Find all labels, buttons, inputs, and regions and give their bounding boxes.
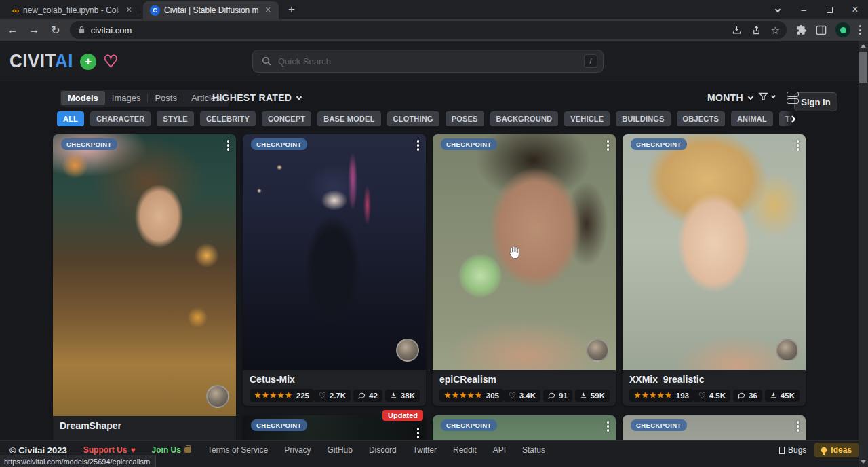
browser-profile-avatar[interactable] [835, 22, 850, 37]
model-type-badge: CHECKPOINT [61, 138, 117, 150]
search-bar[interactable]: / [252, 50, 604, 73]
minimize-button[interactable]: – [791, 0, 816, 19]
category-chip-animal[interactable]: ANIMAL [731, 111, 773, 126]
category-chip-objects[interactable]: OBJECTS [677, 111, 725, 126]
category-chip-concept[interactable]: CONCEPT [262, 111, 311, 126]
download-page-icon[interactable] [732, 25, 742, 35]
category-chip-base-model[interactable]: BASE MODEL [317, 111, 380, 126]
filter-dropdown[interactable] [757, 91, 775, 102]
model-card-cetus-mix[interactable]: CHECKPOINT Cetus-Mix ★★★★★225 ♡2.7K 42 3… [243, 134, 426, 406]
sort-dropdown[interactable]: HIGHEST RATED [212, 92, 301, 103]
bookmark-star-icon[interactable]: ☆ [771, 25, 780, 35]
ideas-button[interactable]: Ideas [814, 443, 859, 457]
category-chip-style[interactable]: STYLE [157, 111, 193, 126]
logo-text: CIVITAI [9, 50, 73, 73]
period-dropdown[interactable]: MONTH [707, 92, 753, 103]
tab-colab[interactable]: ∞ new_colab_file.ipynb - Colaborat × [5, 1, 140, 19]
url-bar[interactable]: civitai.com ☆ [70, 21, 787, 39]
tab-title: Civitai | Stable Diffusion models, [164, 5, 258, 15]
tab-models[interactable]: Models [61, 91, 105, 105]
comments-stat: 36 [733, 390, 762, 402]
card-menu-icon[interactable] [797, 421, 800, 432]
browser-menu-icon[interactable] [859, 25, 861, 35]
category-chip-all[interactable]: ALL [57, 111, 84, 126]
new-tab-button[interactable]: + [283, 1, 300, 19]
civitai-logo[interactable]: CIVITAI + ♡ [9, 51, 118, 72]
share-icon[interactable] [751, 25, 762, 35]
side-panel-icon[interactable] [816, 25, 827, 35]
comments-count: 91 [559, 392, 568, 400]
card-menu-icon[interactable] [607, 140, 610, 151]
category-chip-background[interactable]: BACKGROUND [490, 111, 559, 126]
card-size-toggle[interactable] [787, 92, 799, 104]
back-button[interactable]: ← [4, 21, 22, 39]
category-chip-poses[interactable]: POSES [446, 111, 484, 126]
model-stats: ★★★★★305 ♡3.4K 91 59K [439, 389, 609, 402]
discord-link[interactable]: Discord [369, 445, 397, 455]
creator-avatar[interactable] [206, 385, 229, 408]
category-chip-vehicle[interactable]: VEHICLE [564, 111, 610, 126]
twitter-link[interactable]: Twitter [413, 445, 437, 455]
favorites-heart-icon[interactable]: ♡ [103, 53, 118, 70]
reddit-link[interactable]: Reddit [453, 445, 477, 455]
support-us-link[interactable]: Support Us♥ [83, 445, 136, 455]
reload-button[interactable]: ↻ [47, 21, 64, 39]
chevron-down-icon [775, 7, 781, 12]
card-menu-icon[interactable] [797, 140, 800, 151]
terms-link[interactable]: Terms of Service [208, 445, 268, 455]
tab-close-icon[interactable]: × [123, 5, 134, 16]
join-us-link[interactable]: Join Us [152, 445, 191, 455]
tab-civitai[interactable]: C Civitai | Stable Diffusion models, × [143, 1, 279, 19]
site-header: CIVITAI + ♡ / Sign In [0, 41, 868, 81]
tab-close-icon[interactable]: × [262, 5, 273, 16]
search-input[interactable] [278, 56, 584, 67]
creator-avatar[interactable] [396, 339, 419, 362]
api-link[interactable]: API [493, 445, 506, 455]
privacy-link[interactable]: Privacy [284, 445, 311, 455]
download-icon [580, 392, 587, 399]
create-plus-button[interactable]: + [80, 54, 96, 70]
status-link[interactable]: Status [522, 445, 545, 455]
window-controls: – × [765, 0, 868, 19]
rating-count: 305 [486, 392, 499, 400]
close-window-button[interactable]: × [842, 0, 868, 19]
comments-count: 42 [369, 392, 378, 400]
scroll-up-arrow[interactable] [861, 44, 866, 48]
category-chip-buildings[interactable]: BUILDINGS [616, 111, 670, 126]
tab-search-button[interactable] [765, 0, 791, 19]
model-type-badge: CHECKPOINT [441, 138, 497, 150]
creator-avatar[interactable] [776, 339, 799, 362]
rating-stat: ★★★★★193 [629, 389, 694, 402]
category-chip-clothing[interactable]: CLOTHING [387, 111, 439, 126]
page-scrollbar[interactable] [859, 41, 868, 467]
scroll-down-arrow[interactable] [861, 460, 866, 464]
model-card-dreamshaper[interactable]: CHECKPOINT DreamShaper [53, 134, 236, 467]
creator-avatar[interactable] [586, 339, 609, 362]
star-icons: ★★★★★ [634, 391, 673, 400]
card-menu-icon[interactable] [417, 140, 420, 151]
tab-images[interactable]: Images [105, 91, 148, 105]
browse-controls: Models Images Posts Articles HIGHEST RAT… [0, 90, 868, 107]
category-filter-bar: ALL CHARACTER STYLE CELEBRITY CONCEPT BA… [57, 111, 800, 127]
model-card-epicrealism[interactable]: CHECKPOINT epiCRealism ★★★★★305 ♡3.4K 91… [433, 134, 616, 406]
model-card-xxmix-9realistic[interactable]: CHECKPOINT XXMix_9realistic ★★★★★193 ♡4.… [623, 134, 806, 406]
heart-icon: ♡ [319, 392, 326, 400]
comment-icon [548, 392, 555, 399]
categories-scroll-right-button[interactable] [784, 111, 800, 127]
scrollbar-thumb[interactable] [859, 52, 867, 83]
likes-stat: ♡2.7K [314, 390, 351, 402]
search-shortcut-key: / [584, 54, 597, 68]
category-chip-celebrity[interactable]: CELEBRITY [200, 111, 256, 126]
comments-count: 36 [749, 392, 757, 400]
github-link[interactable]: GitHub [328, 445, 353, 455]
card-menu-icon[interactable] [607, 421, 610, 432]
tab-posts[interactable]: Posts [148, 91, 184, 105]
card-menu-icon[interactable] [417, 428, 420, 438]
bugs-button[interactable]: Bugs [779, 445, 806, 455]
extensions-icon[interactable] [796, 24, 807, 35]
card-menu-icon[interactable] [227, 140, 230, 151]
forward-button[interactable]: → [26, 21, 43, 39]
model-stats: ★★★★★225 ♡2.7K 42 38K [250, 389, 419, 402]
category-chip-character[interactable]: CHARACTER [90, 111, 151, 126]
maximize-button[interactable] [816, 0, 842, 19]
